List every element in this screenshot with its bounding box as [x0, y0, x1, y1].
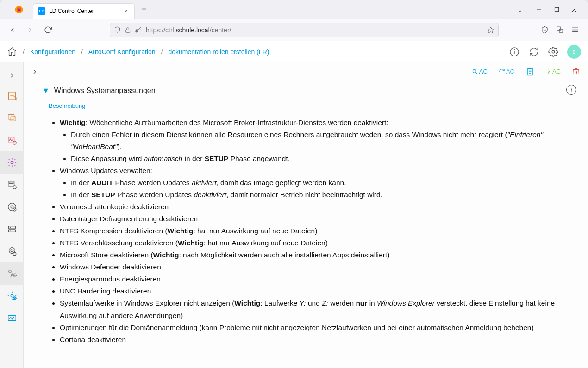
crumb-konfigurationen[interactable]: Konfigurationen [30, 48, 75, 56]
svg-rect-33 [9, 182, 13, 184]
list-item: Diese Anpassung wird automatisch in der … [71, 153, 576, 165]
sidebar-item-ac[interactable]: AC [0, 262, 24, 285]
crumb-dokumentation[interactable]: dokumentation rollen erstellen (LR) [169, 48, 269, 56]
list-item: In der SETUP Phase werden Updates deakti… [71, 189, 576, 201]
svg-rect-12 [559, 29, 563, 32]
tab-title: LD Control Center [49, 8, 122, 14]
sidebar-item-4[interactable] [0, 151, 24, 174]
description-label: Beschreibung [49, 102, 576, 109]
breadcrumb-bar: / Konfigurationen / AutoConf Konfigurati… [0, 41, 588, 62]
toolbar-ac-badge-2[interactable]: AC [499, 68, 514, 75]
sidebar: AC [0, 62, 24, 368]
description-list: Wichtig: Wöchentliche Aufräumarbeiten de… [49, 117, 576, 346]
section-title: Windows Systemanpassungen [54, 87, 156, 95]
tab-favicon: LD [38, 7, 45, 15]
svg-point-41 [10, 231, 10, 231]
list-item: Durch einen Fehler in diesem Dienst könn… [71, 129, 576, 153]
star-icon[interactable] [487, 26, 494, 34]
nav-back-button[interactable] [6, 24, 19, 37]
svg-rect-26 [11, 117, 16, 121]
svg-text:AC: AC [11, 273, 17, 277]
svg-point-34 [13, 186, 16, 189]
new-tab-button[interactable]: + [135, 4, 153, 15]
svg-rect-11 [557, 27, 560, 30]
svg-point-35 [8, 203, 16, 211]
svg-point-43 [11, 249, 13, 252]
url-text: https://ctrl.schule.local/center/ [146, 26, 483, 34]
crumb-sep: / [159, 48, 165, 56]
toolbar-document-icon[interactable] [525, 67, 535, 76]
refresh-icon[interactable] [528, 46, 539, 57]
svg-point-44 [13, 252, 16, 255]
content-back-icon[interactable] [31, 68, 38, 75]
browser-tab[interactable]: LD LD Control Center × [33, 3, 135, 19]
toolbar-ac-badge-1[interactable]: AC [472, 68, 488, 75]
sidebar-item-2[interactable] [0, 107, 24, 129]
list-item: NTFS Kompression deaktivieren (Wichtig: … [60, 225, 576, 237]
crumb-autoconf[interactable]: AutoConf Konfiguration [88, 48, 156, 56]
list-item: Cortana deaktivieren [60, 334, 576, 346]
sidebar-item-1[interactable] [0, 85, 24, 107]
svg-point-31 [11, 161, 13, 164]
sidebar-item-8[interactable] [0, 240, 24, 262]
svg-point-2 [18, 8, 20, 11]
list-item: In der AUDIT Phase werden Updates aktivi… [71, 177, 576, 189]
window-close-button[interactable] [567, 3, 581, 17]
home-icon[interactable] [7, 47, 17, 57]
toolbar-ac-badge-3[interactable]: AC [546, 68, 561, 75]
nav-reload-button[interactable] [41, 24, 54, 37]
svg-rect-4 [555, 7, 558, 11]
window-minimize-button[interactable] [532, 3, 546, 17]
avatar[interactable]: s [567, 45, 581, 59]
sidebar-item-9[interactable] [0, 285, 24, 307]
svg-marker-10 [488, 27, 494, 33]
firefox-icon [12, 2, 26, 17]
sidebar-item-3[interactable] [0, 129, 24, 151]
nav-forward-button [24, 24, 37, 37]
content-toolbar: AC AC AC [24, 62, 588, 81]
settings-icon[interactable] [548, 46, 559, 57]
tab-close-icon[interactable]: × [122, 7, 130, 15]
tab-dropdown-icon[interactable]: ⌄ [512, 3, 528, 16]
svg-point-19 [552, 50, 555, 53]
list-item: Energiesparmodus deaktivieren [60, 273, 576, 285]
lock-icon [125, 27, 131, 33]
section-info-icon[interactable]: i [566, 85, 576, 95]
svg-rect-7 [125, 30, 130, 32]
svg-point-47 [11, 294, 13, 297]
urlbar[interactable]: https://ctrl.schule.local/center/ [110, 23, 499, 37]
svg-line-24 [16, 100, 17, 100]
sidebar-item-7[interactable] [0, 218, 24, 240]
svg-point-56 [548, 71, 549, 72]
urlbar-row: https://ctrl.schule.local/center/ [0, 19, 588, 41]
crumb-sep: / [21, 48, 26, 56]
sidebar-expand-icon[interactable] [8, 66, 16, 85]
list-item: Windows Updates verwalten: In der AUDIT … [60, 165, 576, 201]
svg-line-51 [476, 72, 477, 74]
svg-point-36 [11, 206, 13, 208]
window-maximize-button[interactable] [550, 3, 563, 17]
svg-point-40 [10, 227, 10, 228]
list-item: NTFS Verschlüsselung deaktivieren (Wicht… [60, 237, 576, 249]
sidebar-item-5[interactable] [0, 174, 24, 196]
list-item: Systemlaufwerke in Windows Explorer nich… [60, 297, 576, 321]
section-collapse-icon[interactable]: ▼ [42, 87, 50, 95]
sidebar-item-6[interactable] [0, 196, 24, 218]
list-item: Datenträger Defragmentierung deaktiviere… [60, 213, 576, 225]
svg-rect-38 [8, 226, 15, 229]
crumb-sep: / [79, 48, 85, 56]
list-item: Volumeschattenkopie deaktivieren [60, 201, 576, 213]
key-icon [135, 26, 142, 34]
info-icon[interactable] [509, 46, 520, 57]
list-item: Wichtig: Wöchentliche Aufräumarbeiten de… [60, 117, 576, 165]
content-area: i ▼ Windows Systemanpassungen Beschreibu… [24, 81, 588, 368]
list-item: Microsoft Store deaktivieren (Wichtig: n… [60, 249, 576, 261]
svg-point-50 [473, 69, 476, 73]
containers-icon[interactable] [556, 26, 564, 34]
list-item: UNC Hardening deaktivieren [60, 285, 576, 297]
pocket-icon[interactable] [541, 26, 549, 34]
titlebar: LD LD Control Center × + ⌄ [0, 0, 588, 19]
toolbar-delete-icon[interactable] [572, 68, 580, 76]
menu-icon[interactable] [571, 26, 579, 34]
sidebar-item-10[interactable] [0, 307, 24, 329]
